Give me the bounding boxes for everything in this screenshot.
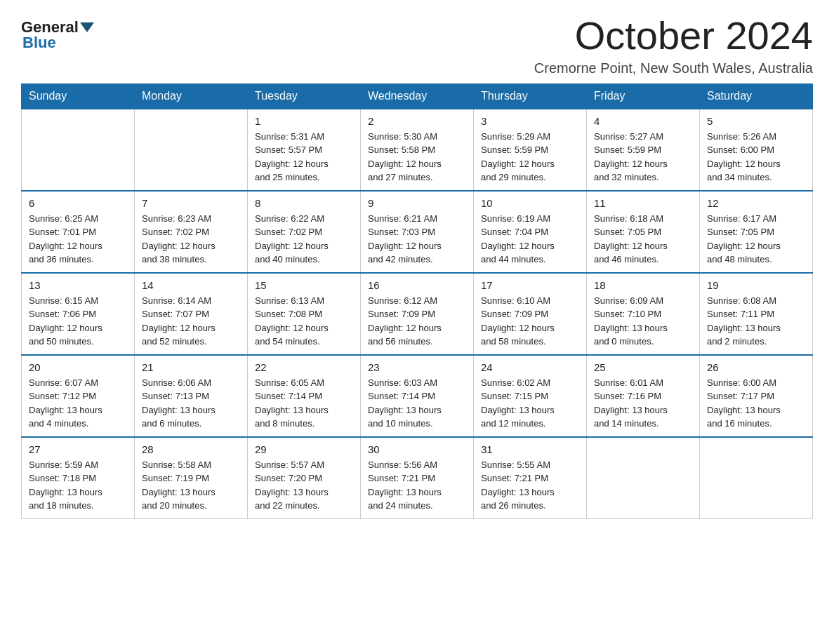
calendar-header-row: SundayMondayTuesdayWednesdayThursdayFrid… (22, 83, 813, 109)
day-info: Sunrise: 6:02 AM Sunset: 7:15 PM Dayligh… (481, 376, 579, 431)
day-info: Sunrise: 5:59 AM Sunset: 7:18 PM Dayligh… (29, 458, 127, 513)
day-info: Sunrise: 6:01 AM Sunset: 7:16 PM Dayligh… (594, 376, 692, 431)
page-header: General Blue October 2024 Cremorne Point… (21, 14, 813, 76)
day-number: 25 (594, 361, 692, 373)
calendar-cell: 1Sunrise: 5:31 AM Sunset: 5:57 PM Daylig… (248, 109, 361, 191)
day-info: Sunrise: 6:00 AM Sunset: 7:17 PM Dayligh… (707, 376, 805, 431)
calendar-body: 1Sunrise: 5:31 AM Sunset: 5:57 PM Daylig… (22, 109, 813, 519)
day-info: Sunrise: 6:17 AM Sunset: 7:05 PM Dayligh… (707, 212, 805, 267)
calendar-cell: 22Sunrise: 6:05 AM Sunset: 7:14 PM Dayli… (248, 355, 361, 437)
calendar-cell: 3Sunrise: 5:29 AM Sunset: 5:59 PM Daylig… (474, 109, 587, 191)
day-info: Sunrise: 5:29 AM Sunset: 5:59 PM Dayligh… (481, 130, 579, 185)
day-number: 26 (707, 361, 805, 373)
title-section: October 2024 Cremorne Point, New South W… (534, 14, 813, 76)
calendar-cell: 29Sunrise: 5:57 AM Sunset: 7:20 PM Dayli… (248, 437, 361, 519)
day-info: Sunrise: 5:58 AM Sunset: 7:19 PM Dayligh… (142, 458, 240, 513)
day-info: Sunrise: 6:10 AM Sunset: 7:09 PM Dayligh… (481, 294, 579, 349)
day-info: Sunrise: 6:12 AM Sunset: 7:09 PM Dayligh… (368, 294, 466, 349)
day-number: 16 (368, 279, 466, 291)
day-number: 22 (255, 361, 353, 373)
day-info: Sunrise: 5:31 AM Sunset: 5:57 PM Dayligh… (255, 130, 353, 185)
calendar-cell: 14Sunrise: 6:14 AM Sunset: 7:07 PM Dayli… (135, 273, 248, 355)
calendar-cell: 26Sunrise: 6:00 AM Sunset: 7:17 PM Dayli… (700, 355, 813, 437)
calendar-cell: 7Sunrise: 6:23 AM Sunset: 7:02 PM Daylig… (135, 191, 248, 273)
calendar-cell: 25Sunrise: 6:01 AM Sunset: 7:16 PM Dayli… (587, 355, 700, 437)
calendar-cell: 28Sunrise: 5:58 AM Sunset: 7:19 PM Dayli… (135, 437, 248, 519)
calendar-day-header: Thursday (474, 83, 587, 109)
calendar-cell: 31Sunrise: 5:55 AM Sunset: 7:21 PM Dayli… (474, 437, 587, 519)
day-number: 21 (142, 361, 240, 373)
day-number: 8 (255, 197, 353, 209)
calendar-day-header: Saturday (700, 83, 813, 109)
month-title: October 2024 (534, 14, 813, 58)
calendar-week-row: 27Sunrise: 5:59 AM Sunset: 7:18 PM Dayli… (22, 437, 813, 519)
day-number: 1 (255, 115, 353, 127)
calendar-day-header: Wednesday (361, 83, 474, 109)
calendar-cell: 27Sunrise: 5:59 AM Sunset: 7:18 PM Dayli… (22, 437, 135, 519)
calendar-day-header: Monday (135, 83, 248, 109)
calendar-cell (700, 437, 813, 519)
day-info: Sunrise: 6:23 AM Sunset: 7:02 PM Dayligh… (142, 212, 240, 267)
calendar-cell: 6Sunrise: 6:25 AM Sunset: 7:01 PM Daylig… (22, 191, 135, 273)
calendar-cell (22, 109, 135, 191)
day-number: 7 (142, 197, 240, 209)
day-info: Sunrise: 5:55 AM Sunset: 7:21 PM Dayligh… (481, 458, 579, 513)
calendar-day-header: Tuesday (248, 83, 361, 109)
day-number: 2 (368, 115, 466, 127)
day-info: Sunrise: 5:56 AM Sunset: 7:21 PM Dayligh… (368, 458, 466, 513)
day-number: 23 (368, 361, 466, 373)
calendar-cell: 20Sunrise: 6:07 AM Sunset: 7:12 PM Dayli… (22, 355, 135, 437)
calendar-day-header: Sunday (22, 83, 135, 109)
calendar-cell: 17Sunrise: 6:10 AM Sunset: 7:09 PM Dayli… (474, 273, 587, 355)
day-number: 4 (594, 115, 692, 127)
day-number: 13 (29, 279, 127, 291)
day-info: Sunrise: 5:27 AM Sunset: 5:59 PM Dayligh… (594, 130, 692, 185)
calendar-cell: 23Sunrise: 6:03 AM Sunset: 7:14 PM Dayli… (361, 355, 474, 437)
day-number: 20 (29, 361, 127, 373)
calendar-cell: 24Sunrise: 6:02 AM Sunset: 7:15 PM Dayli… (474, 355, 587, 437)
day-info: Sunrise: 6:09 AM Sunset: 7:10 PM Dayligh… (594, 294, 692, 349)
logo-arrow-icon (80, 22, 94, 32)
calendar-cell: 9Sunrise: 6:21 AM Sunset: 7:03 PM Daylig… (361, 191, 474, 273)
calendar-cell: 16Sunrise: 6:12 AM Sunset: 7:09 PM Dayli… (361, 273, 474, 355)
calendar-table: SundayMondayTuesdayWednesdayThursdayFrid… (21, 83, 813, 519)
day-number: 31 (481, 443, 579, 455)
day-number: 3 (481, 115, 579, 127)
day-number: 6 (29, 197, 127, 209)
day-info: Sunrise: 6:14 AM Sunset: 7:07 PM Dayligh… (142, 294, 240, 349)
day-number: 27 (29, 443, 127, 455)
calendar-cell: 12Sunrise: 6:17 AM Sunset: 7:05 PM Dayli… (700, 191, 813, 273)
day-info: Sunrise: 6:25 AM Sunset: 7:01 PM Dayligh… (29, 212, 127, 267)
location-title: Cremorne Point, New South Wales, Austral… (534, 60, 813, 76)
day-number: 29 (255, 443, 353, 455)
calendar-cell: 8Sunrise: 6:22 AM Sunset: 7:02 PM Daylig… (248, 191, 361, 273)
day-info: Sunrise: 6:03 AM Sunset: 7:14 PM Dayligh… (368, 376, 466, 431)
calendar-week-row: 13Sunrise: 6:15 AM Sunset: 7:06 PM Dayli… (22, 273, 813, 355)
calendar-cell: 10Sunrise: 6:19 AM Sunset: 7:04 PM Dayli… (474, 191, 587, 273)
calendar-cell (587, 437, 700, 519)
calendar-cell: 15Sunrise: 6:13 AM Sunset: 7:08 PM Dayli… (248, 273, 361, 355)
day-number: 10 (481, 197, 579, 209)
day-number: 19 (707, 279, 805, 291)
day-info: Sunrise: 6:13 AM Sunset: 7:08 PM Dayligh… (255, 294, 353, 349)
day-number: 11 (594, 197, 692, 209)
calendar-cell: 13Sunrise: 6:15 AM Sunset: 7:06 PM Dayli… (22, 273, 135, 355)
day-number: 17 (481, 279, 579, 291)
day-number: 15 (255, 279, 353, 291)
day-info: Sunrise: 6:07 AM Sunset: 7:12 PM Dayligh… (29, 376, 127, 431)
calendar-cell: 5Sunrise: 5:26 AM Sunset: 6:00 PM Daylig… (700, 109, 813, 191)
day-number: 12 (707, 197, 805, 209)
day-info: Sunrise: 5:30 AM Sunset: 5:58 PM Dayligh… (368, 130, 466, 185)
calendar-cell: 2Sunrise: 5:30 AM Sunset: 5:58 PM Daylig… (361, 109, 474, 191)
calendar-header: SundayMondayTuesdayWednesdayThursdayFrid… (22, 83, 813, 109)
calendar-cell (135, 109, 248, 191)
day-number: 5 (707, 115, 805, 127)
day-info: Sunrise: 5:26 AM Sunset: 6:00 PM Dayligh… (707, 130, 805, 185)
day-info: Sunrise: 6:06 AM Sunset: 7:13 PM Dayligh… (142, 376, 240, 431)
day-number: 14 (142, 279, 240, 291)
day-info: Sunrise: 6:22 AM Sunset: 7:02 PM Dayligh… (255, 212, 353, 267)
logo: General Blue (21, 14, 95, 52)
day-info: Sunrise: 6:18 AM Sunset: 7:05 PM Dayligh… (594, 212, 692, 267)
day-number: 9 (368, 197, 466, 209)
calendar-week-row: 6Sunrise: 6:25 AM Sunset: 7:01 PM Daylig… (22, 191, 813, 273)
